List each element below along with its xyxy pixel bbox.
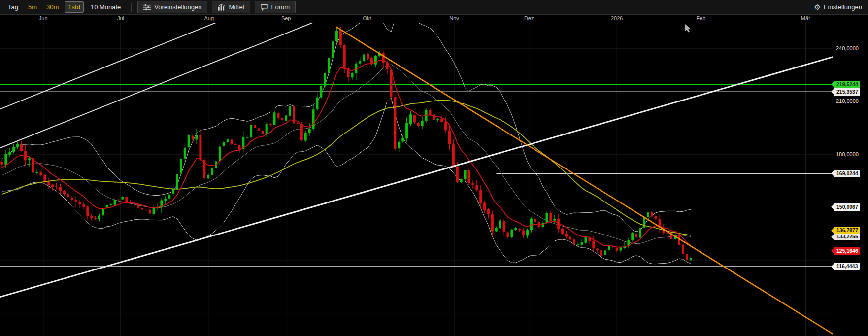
- time-axis[interactable]: JunJulAugSepOktNovDez2026FebMär: [0, 15, 833, 23]
- toolbar: Tag 5m 30m 1std 10 Monate Voreinstellung…: [0, 0, 868, 15]
- mouse-cursor: [685, 24, 690, 32]
- month-label: Sep: [281, 15, 291, 21]
- month-label: Aug: [204, 15, 214, 21]
- candles-layer: [1, 27, 692, 263]
- price-marker: 219,5244: [834, 81, 860, 88]
- price-marker: 215,3537: [834, 88, 860, 96]
- price-marker-arrow: [831, 235, 834, 239]
- bollinger-lower-band: [2, 98, 691, 264]
- forum-button[interactable]: Forum: [255, 1, 296, 13]
- trendlines-layer[interactable]: [0, 23, 833, 335]
- price-tick-label: 180,0000: [836, 151, 859, 157]
- support-trendline[interactable]: [0, 56, 833, 297]
- month-label: Jun: [39, 15, 48, 21]
- forum-icon: [261, 4, 268, 11]
- price-marker: 116,4443: [834, 263, 860, 270]
- chart-area[interactable]: [0, 23, 833, 336]
- price-marker-arrow: [831, 89, 834, 94]
- month-label: 2026: [611, 15, 623, 21]
- einstellungen-label: Einstellungen: [824, 3, 862, 11]
- timeframe-1std-button[interactable]: 1std: [65, 1, 84, 13]
- price-marker: 125,1646: [834, 247, 860, 255]
- downtrend-line[interactable]: [336, 27, 833, 335]
- voreinstellungen-button[interactable]: Voreinstellungen: [137, 1, 207, 13]
- timeframe-tag-button[interactable]: Tag: [4, 2, 22, 12]
- channel-line-upper[interactable]: [0, 23, 228, 111]
- price-marker-arrow: [831, 204, 834, 209]
- price-tick-label: 240,0000: [836, 45, 859, 51]
- forum-label: Forum: [271, 3, 290, 11]
- price-marker: 133,2255: [834, 233, 860, 240]
- mittel-button[interactable]: Mittel: [212, 1, 250, 13]
- slow-ma-line: [2, 100, 691, 235]
- price-marker-arrow: [831, 171, 834, 176]
- price-marker: 169,0244: [834, 170, 860, 177]
- month-label: Feb: [696, 15, 705, 21]
- trading-chart-app: Tag 5m 30m 1std 10 Monate Voreinstellung…: [0, 0, 868, 336]
- month-label: Jul: [117, 15, 124, 21]
- price-marker: 150,0067: [834, 203, 860, 211]
- voreinstellungen-label: Voreinstellungen: [154, 3, 201, 11]
- timeframe-5m-button[interactable]: 5m: [25, 1, 40, 13]
- indicators-icon: [218, 4, 225, 11]
- grid-layer: [0, 23, 833, 336]
- price-levels-layer[interactable]: [0, 84, 833, 266]
- price-axis[interactable]: 240,0000210,0000180,0000219,5244215,3537…: [833, 15, 868, 336]
- gear-icon: ⚙: [814, 3, 820, 11]
- price-marker-arrow: [831, 228, 834, 233]
- price-marker-arrow: [831, 248, 834, 253]
- chart-canvas[interactable]: [0, 23, 833, 336]
- month-label: Mär: [801, 15, 810, 21]
- timeframe-30m-button[interactable]: 30m: [43, 1, 62, 13]
- price-marker-arrow: [831, 264, 834, 269]
- presets-icon: [143, 4, 151, 11]
- mittel-label: Mittel: [229, 3, 244, 11]
- fast-ma-line: [2, 60, 691, 247]
- einstellungen-button[interactable]: ⚙ Einstellungen: [812, 2, 864, 12]
- range-10-monate-button[interactable]: 10 Monate: [86, 2, 125, 12]
- month-label: Dez: [524, 15, 534, 21]
- price-marker: 136,7877: [834, 227, 860, 234]
- price-tick-label: 210,0000: [836, 98, 859, 104]
- channel-line-lower[interactable]: [0, 23, 329, 150]
- month-label: Nov: [449, 15, 459, 21]
- toolbar-divider: [131, 3, 132, 12]
- month-label: Okt: [363, 15, 371, 21]
- price-marker-arrow: [831, 82, 834, 87]
